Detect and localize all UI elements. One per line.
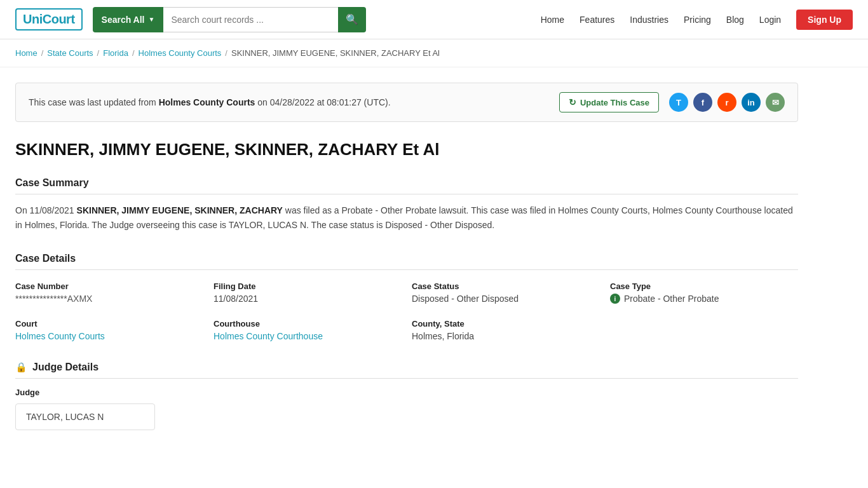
courthouse-label: Courthouse [214,319,402,329]
refresh-icon: ↻ [569,97,576,107]
filing-date-value: 11/08/2021 [214,294,402,304]
case-type-item: Case Type i Probate - Other Probate [610,281,798,304]
site-header: UniCourt Search All ▼ 🔍 Home Features In… [0,0,868,39]
main-content: This case was last updated from Holmes C… [0,67,813,463]
breadcrumb: Home / State Courts / Florida / Holmes C… [0,39,868,67]
banner-right: ↻ Update This Case T f r in ✉ [559,92,785,112]
main-nav: Home Features Industries Pricing Blog Lo… [541,10,853,30]
search-icon: 🔍 [346,13,358,25]
court-label: Court [15,319,203,329]
breadcrumb-sep-4: / [225,48,227,58]
case-number-label: Case Number [15,281,203,291]
breadcrumb-sep-1: / [41,48,44,58]
court-value: Holmes County Courts [15,331,203,341]
court-item: Court Holmes County Courts [15,319,203,341]
lock-icon: 🔒 [15,362,27,373]
courthouse-link[interactable]: Holmes County Courthouse [214,331,323,341]
case-type-value: i Probate - Other Probate [610,294,798,304]
update-banner: This case was last updated from Holmes C… [15,83,798,122]
breadcrumb-home[interactable]: Home [15,48,37,58]
judge-card: TAYLOR, LUCAS N [15,403,155,430]
logo[interactable]: UniCourt [15,8,83,30]
county-state-item: County, State Holmes, Florida [412,319,600,341]
case-status-label: Case Status [412,281,600,291]
case-details-header: Case Details [15,253,798,270]
share-twitter-button[interactable]: T [669,93,688,112]
case-details-section: Case Details Case Number ***************… [15,253,798,341]
case-status-value: Disposed - Other Disposed [412,294,600,304]
case-summary-header: Case Summary [15,177,798,194]
nav-home[interactable]: Home [541,15,564,25]
nav-features[interactable]: Features [580,15,614,25]
search-button[interactable]: 🔍 [338,7,366,32]
breadcrumb-holmes-county-courts[interactable]: Holmes County Courts [139,48,222,58]
nav-industries[interactable]: Industries [630,15,668,25]
update-this-case-button[interactable]: ↻ Update This Case [559,92,659,112]
nav-login[interactable]: Login [759,15,781,25]
case-number-item: Case Number ***************AXMX [15,281,203,304]
signup-button[interactable]: Sign Up [796,10,853,30]
filing-date-item: Filing Date 11/08/2021 [214,281,402,304]
share-linkedin-button[interactable]: in [742,93,761,112]
case-title: SKINNER, JIMMY EUGENE, SKINNER, ZACHARY … [15,140,798,159]
county-state-value: Holmes, Florida [412,331,600,341]
court-link[interactable]: Holmes County Courts [15,331,105,341]
search-all-label: Search All [102,15,145,25]
breadcrumb-sep-3: / [132,48,135,58]
case-number-value: ***************AXMX [15,294,203,304]
chevron-down-icon: ▼ [149,16,155,23]
breadcrumb-sep-2: / [97,48,100,58]
info-icon: i [610,294,620,304]
courthouse-item: Courthouse Holmes County Courthouse [214,319,402,341]
judge-label: Judge [15,388,798,397]
nav-blog[interactable]: Blog [726,15,744,25]
details-grid: Case Number ***************AXMX Filing D… [15,281,798,341]
judge-section: 🔒 Judge Details Judge TAYLOR, LUCAS N [15,362,798,430]
case-type-label: Case Type [610,281,798,291]
share-reddit-button[interactable]: r [717,93,736,112]
case-status-item: Case Status Disposed - Other Disposed [412,281,600,304]
courthouse-value: Holmes County Courthouse [214,331,402,341]
search-group: Search All ▼ 🔍 [93,7,366,32]
judge-section-header: 🔒 Judge Details [15,362,798,379]
share-facebook-button[interactable]: f [693,93,712,112]
breadcrumb-florida[interactable]: Florida [103,48,128,58]
banner-text: This case was last updated from Holmes C… [29,97,391,107]
breadcrumb-state-courts[interactable]: State Courts [47,48,93,58]
social-icons: T f r in ✉ [669,93,785,112]
filing-date-label: Filing Date [214,281,402,291]
breadcrumb-current: SKINNER, JIMMY EUGENE, SKINNER, ZACHARY … [231,48,440,58]
share-email-button[interactable]: ✉ [766,93,785,112]
search-all-button[interactable]: Search All ▼ [93,7,164,32]
case-summary-text: On 11/08/2021 SKINNER, JIMMY EUGENE, SKI… [15,203,798,233]
county-state-label: County, State [412,319,600,329]
nav-pricing[interactable]: Pricing [684,15,711,25]
judge-name: TAYLOR, LUCAS N [26,412,104,422]
search-input[interactable] [163,7,337,32]
